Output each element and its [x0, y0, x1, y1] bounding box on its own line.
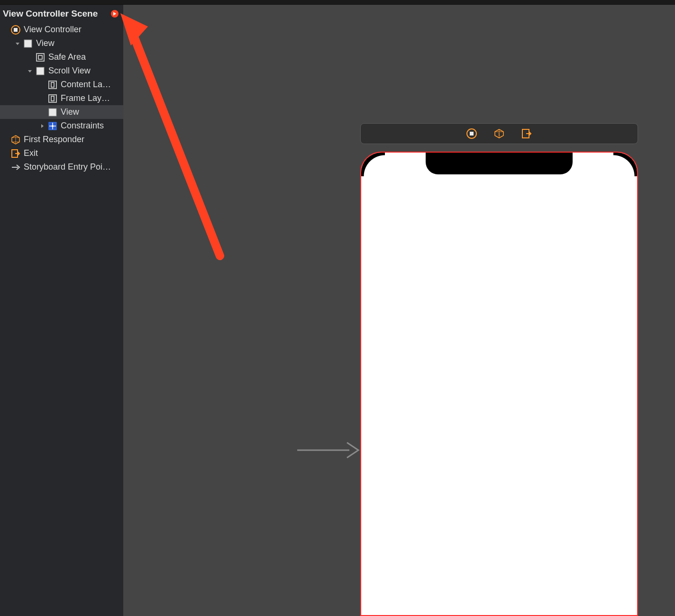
outline-row-label: View Controller: [24, 25, 82, 35]
svg-rect-5: [36, 67, 44, 75]
outline-row-label: View: [61, 107, 79, 117]
storyboard-entry-arrow-icon: [295, 436, 361, 464]
outline-row[interactable]: First Responder: [0, 133, 123, 146]
outline-row[interactable]: Storyboard Entry Poi…: [0, 160, 123, 174]
arrow-right-icon: [10, 162, 21, 172]
view-controller-icon[interactable]: [466, 128, 477, 139]
svg-rect-9: [51, 96, 54, 101]
outline-row-label: Safe Area: [48, 52, 86, 62]
outline-row-label: Frame Lay…: [61, 93, 110, 103]
outline-row[interactable]: Exit: [0, 146, 123, 160]
view-icon: [35, 66, 46, 76]
constraints-icon: [47, 121, 58, 131]
outline-row-label: Content La…: [61, 80, 111, 90]
disclosure-none: [2, 136, 9, 143]
outline-row-label: Scroll View: [48, 66, 91, 76]
svg-rect-1: [14, 28, 18, 32]
svg-text:1: 1: [498, 132, 501, 136]
exit-icon[interactable]: [521, 128, 532, 139]
svg-rect-7: [51, 82, 54, 87]
chevron-down-icon[interactable]: [27, 68, 33, 74]
svg-rect-4: [38, 55, 42, 59]
disclosure-none: [39, 82, 46, 88]
view-icon: [23, 38, 33, 49]
view-controller-icon: [10, 25, 21, 35]
outline-row[interactable]: Safe Area: [0, 50, 123, 64]
disclosure-none: [27, 54, 33, 61]
svg-rect-18: [470, 132, 474, 136]
chevron-down-icon[interactable]: [14, 40, 21, 47]
first-responder-icon[interactable]: 1: [493, 128, 505, 139]
disclosure-none: [39, 95, 46, 102]
disclosure-none: [39, 109, 46, 116]
svg-point-14: [52, 125, 54, 127]
exit-icon: [10, 148, 21, 159]
disclosure-none: [2, 27, 9, 33]
chevron-right-icon[interactable]: [39, 123, 46, 129]
svg-rect-10: [49, 109, 56, 116]
entry-point-indicator-icon: [111, 10, 119, 18]
view-icon: [47, 107, 58, 118]
canvas[interactable]: 1: [124, 5, 675, 616]
scene-title: View Controller Scene: [3, 9, 98, 19]
outline-row[interactable]: Constraints: [0, 119, 123, 133]
outline-tree: View ControllerViewSafe AreaScroll ViewC…: [0, 23, 123, 174]
device-corner: [613, 153, 637, 176]
outline-row[interactable]: View Controller: [0, 23, 123, 36]
outline-row[interactable]: View: [0, 36, 123, 50]
scene-dock: 1: [360, 123, 638, 144]
outline-row[interactable]: Frame Lay…: [0, 91, 123, 105]
outline-row-label: View: [36, 38, 55, 48]
device-notch: [426, 153, 573, 174]
svg-rect-2: [24, 40, 32, 47]
toolbar-strip: [0, 0, 675, 5]
outline-row-label: Constraints: [61, 121, 104, 131]
outline-row[interactable]: Scroll View: [0, 64, 123, 78]
layout-guide-icon: [47, 93, 58, 104]
disclosure-none: [2, 164, 9, 171]
disclosure-none: [2, 150, 9, 157]
layout-guide-icon: [47, 80, 58, 90]
first-responder-icon: [10, 135, 21, 145]
outline-row[interactable]: View: [0, 105, 123, 119]
svg-rect-3: [36, 54, 44, 61]
outline-row-label: First Responder: [24, 135, 84, 145]
device-canvas[interactable]: [360, 152, 638, 616]
device-corner: [361, 153, 385, 176]
safe-area-icon: [35, 52, 46, 63]
scene-header[interactable]: View Controller Scene: [0, 5, 123, 23]
outline-row-label: Exit: [24, 148, 38, 158]
outline-row[interactable]: Content La…: [0, 78, 123, 91]
outline-row-label: Storyboard Entry Poi…: [24, 162, 111, 172]
document-outline: View Controller Scene View ControllerVie…: [0, 5, 124, 616]
